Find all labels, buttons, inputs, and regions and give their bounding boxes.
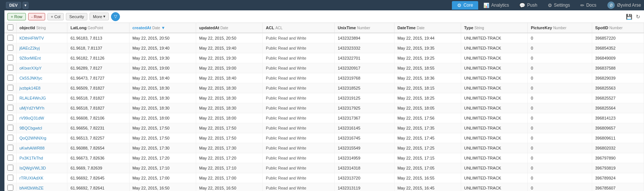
table-row[interactable]: j6AEcZ2kyj61.9618, 7.81137May 22, 2015, … — [4, 43, 644, 53]
row-checkbox[interactable] — [7, 135, 13, 141]
tab-settings[interactable]: ⚙Settings — [543, 1, 575, 10]
cell-acl: Public Read and Write — [263, 103, 335, 113]
row-checkbox[interactable] — [7, 35, 13, 41]
col-label-objectId: objectId — [20, 26, 35, 30]
nav-tabs: ⚙Core📊Analytics💬Push⚙Settings✏Docs — [452, 1, 601, 10]
col-header-type[interactable]: TypeString — [461, 23, 527, 33]
cell-createdAt: May 22, 2015, 16:50 — [129, 183, 196, 191]
tab-push[interactable]: 💬Push — [514, 1, 542, 10]
col-header-datetime[interactable]: DateTimeDate — [394, 23, 461, 33]
row-checkbox[interactable] — [7, 105, 13, 111]
col-header-spotid[interactable]: SpotIDNumber — [592, 23, 644, 33]
table-row[interactable]: rV99oQ31dW61.96608, 7.82106May 22, 2015,… — [4, 113, 644, 123]
table-container[interactable]: objectIdStringLatLongGeoPointcreatedAtDa… — [4, 23, 644, 191]
avatar: Ø — [607, 1, 615, 9]
cell-latlong: 61.96473, 7.81727 — [67, 73, 129, 83]
col-header-updatedAt[interactable]: updatedAtDate — [196, 23, 262, 33]
cell-createdAt: May 22, 2015, 20:50 — [129, 33, 196, 43]
cell-datetime: May 22, 2015, 17:25 — [394, 143, 461, 153]
row-checkbox[interactable] — [7, 65, 13, 71]
table-row[interactable]: KDthHFlWTV61.96183, 7.8113May 22, 2015, … — [4, 33, 644, 43]
filter-button[interactable]: ▽ — [111, 12, 120, 21]
col-header-picturekey[interactable]: PictureKeyNumber — [528, 23, 592, 33]
table-row[interactable]: RLALE4WnJG61.96518, 7.81827May 22, 2015,… — [4, 93, 644, 103]
row-checkbox[interactable] — [7, 175, 13, 181]
cell-type: UNLIMITED-TRACK — [461, 53, 527, 63]
table-row[interactable]: Px3K1TkThd61.96673, 7.82636May 22, 2015,… — [4, 153, 644, 163]
cell-spotid: 396825564 — [592, 103, 644, 113]
cell-createdAt: May 22, 2015, 17:30 — [129, 143, 196, 153]
cell-objectId: RLALE4WnJG — [16, 93, 67, 103]
col-header-checkbox[interactable] — [4, 23, 16, 33]
tab-core[interactable]: ⚙Core — [452, 1, 478, 10]
row-checkbox[interactable] — [7, 185, 13, 191]
cell-picturekey: 0 — [528, 33, 592, 43]
chevron-down-icon: ▾ — [103, 14, 105, 19]
cell-createdAt: May 22, 2015, 17:10 — [129, 163, 196, 173]
dev-dropdown[interactable]: ▾ — [23, 2, 28, 9]
col-label-createdAt: createdAt — [133, 26, 151, 30]
cell-latlong: 61.96509, 7.81827 — [67, 83, 129, 93]
table-row[interactable]: IsQWgVWL3D61.9669, 7.82639May 22, 2015, … — [4, 163, 644, 173]
table-row[interactable]: bN4f2kWbZE61.96692, 7.82641May 22, 2015,… — [4, 183, 644, 191]
row-checkbox[interactable] — [7, 145, 13, 151]
cell-datetime: May 22, 2015, 17:56 — [394, 113, 461, 123]
row-checkbox[interactable] — [7, 165, 13, 171]
cell-acl: Public Read and Write — [263, 143, 335, 153]
table-row[interactable]: rTRUXIAdXK61.96692, 7.82645May 22, 2015,… — [4, 173, 644, 183]
cell-createdAt: May 22, 2015, 18:30 — [129, 93, 196, 103]
cell-picturekey: 0 — [528, 183, 592, 191]
cell-type: UNLIMITED-TRACK — [461, 43, 527, 53]
row-checkbox[interactable] — [7, 95, 13, 101]
col-header-latlong[interactable]: LatLongGeoPoint — [67, 23, 129, 33]
row-checkbox[interactable] — [7, 125, 13, 131]
cell-type: UNLIMITED-TRACK — [461, 113, 527, 123]
cell-picturekey: 0 — [528, 133, 592, 143]
col-type-spotid: Number — [609, 26, 623, 30]
tab-analytics[interactable]: 📊Analytics — [478, 1, 514, 10]
col-header-unixtime[interactable]: UnixTimeNumber — [335, 23, 394, 33]
row-checkbox[interactable] — [7, 45, 13, 51]
col-header-createdAt[interactable]: createdAtDate ▼ — [129, 23, 196, 33]
col-label-spotid: SpotID — [595, 26, 608, 30]
col-header-acl[interactable]: ACLACL — [263, 23, 335, 33]
cell-spotid: 396809611 — [592, 133, 644, 143]
cell-acl: Public Read and Write — [263, 133, 335, 143]
cell-spotid: 396849009 — [592, 53, 644, 63]
row-checkbox[interactable] — [7, 115, 13, 121]
dev-badge[interactable]: DEV — [6, 2, 21, 9]
col-header-objectId[interactable]: objectIdString — [16, 23, 67, 33]
add-col-button[interactable]: + Col — [47, 13, 64, 20]
tab-docs[interactable]: ✏Docs — [575, 1, 601, 10]
table-row[interactable]: Ck5SJNKfyc61.96473, 7.81727May 22, 2015,… — [4, 73, 644, 83]
table-row[interactable]: 9BQCbgwtcl61.96656, 7.82231May 22, 2015,… — [4, 123, 644, 133]
row-checkbox[interactable] — [7, 55, 13, 61]
cell-picturekey: 0 — [528, 73, 592, 83]
cell-unixtime: 1432323332 — [335, 43, 394, 53]
save-icon-button[interactable]: 💾 — [625, 13, 633, 20]
cell-picturekey: 0 — [528, 143, 592, 153]
table-row[interactable]: 9Z8orMIEnt61.96182, 7.81126May 22, 2015,… — [4, 53, 644, 63]
row-checkbox[interactable] — [7, 155, 13, 161]
cell-unixtime: 1432313720 — [335, 173, 394, 183]
table-row[interactable]: uMjYd2YMYh61.96518, 7.81827May 22, 2015,… — [4, 103, 644, 113]
table-row[interactable]: jvzbpk14E861.96509, 7.81827May 22, 2015,… — [4, 83, 644, 93]
table-row[interactable]: uKwhAiWR8861.96088, 7.82654May 22, 2015,… — [4, 143, 644, 153]
cell-unixtime: 1432323894 — [335, 33, 394, 43]
cell-datetime: May 22, 2015, 19:35 — [394, 43, 461, 53]
add-row-button[interactable]: + Row — [7, 13, 26, 20]
more-button[interactable]: More ▾ — [90, 13, 109, 20]
row-checkbox[interactable] — [7, 85, 13, 91]
select-all-checkbox[interactable] — [7, 24, 13, 30]
security-button[interactable]: Security — [66, 13, 87, 20]
row-checkbox[interactable] — [7, 75, 13, 81]
settings-tab-label: Settings — [554, 3, 570, 8]
cell-spotid: 396837588 — [592, 63, 644, 73]
refresh-icon-button[interactable]: ↻ — [635, 13, 641, 20]
remove-row-button[interactable]: - Row — [28, 13, 46, 20]
table-row[interactable]: QoQ2WNNXrg61.96513, 7.82257May 22, 2015,… — [4, 133, 644, 143]
table-row[interactable]: oKtxerXXpY61.96289, 7.8127May 22, 2015, … — [4, 63, 644, 73]
cell-createdAt: May 22, 2015, 18:30 — [129, 83, 196, 93]
cell-objectId: bN4f2kWbZE — [16, 183, 67, 191]
cell-latlong: 61.96518, 7.81827 — [67, 103, 129, 113]
